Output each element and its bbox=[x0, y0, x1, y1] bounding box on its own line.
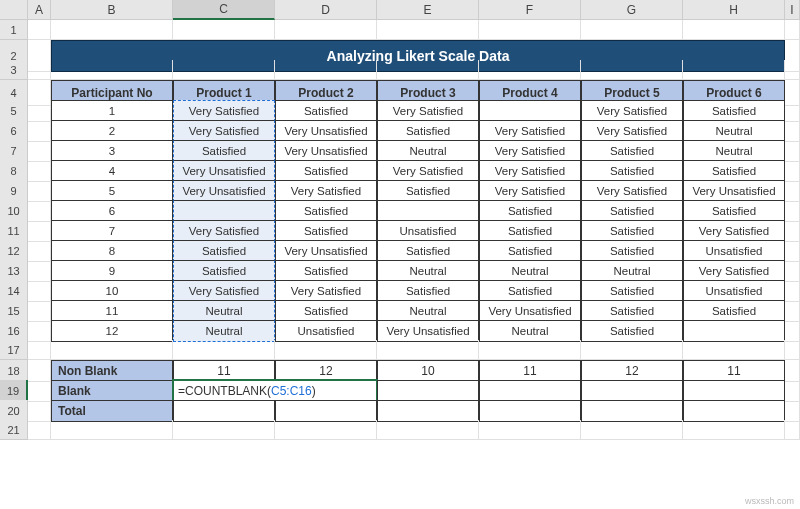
participant-no[interactable]: 9 bbox=[51, 260, 173, 282]
row-header-3[interactable]: 3 bbox=[0, 60, 28, 80]
data-p2-row1[interactable]: Satisfied bbox=[275, 100, 377, 122]
cell-I5[interactable] bbox=[785, 100, 800, 122]
col-header-A[interactable]: A bbox=[28, 0, 51, 20]
cell-A8[interactable] bbox=[28, 160, 51, 182]
cell-empty[interactable] bbox=[173, 20, 275, 40]
row-header-19[interactable]: 19 bbox=[0, 380, 28, 402]
col-header-F[interactable]: F bbox=[479, 0, 581, 20]
data-p2-row7[interactable]: Satisfied bbox=[275, 220, 377, 242]
cell-empty[interactable] bbox=[785, 340, 800, 360]
total-p2[interactable] bbox=[275, 400, 377, 422]
data-p3-row2[interactable]: Satisfied bbox=[377, 120, 479, 142]
participant-no[interactable]: 12 bbox=[51, 320, 173, 342]
data-p6-row11[interactable]: Satisfied bbox=[683, 300, 785, 322]
data-p1-row9[interactable]: Satisfied bbox=[173, 260, 275, 282]
participant-no[interactable]: 5 bbox=[51, 180, 173, 202]
participant-no[interactable]: 10 bbox=[51, 280, 173, 302]
data-p4-row4[interactable]: Very Satisfied bbox=[479, 160, 581, 182]
data-p5-row4[interactable]: Satisfied bbox=[581, 160, 683, 182]
cell-A15[interactable] bbox=[28, 300, 51, 322]
row-header-8[interactable]: 8 bbox=[0, 160, 28, 182]
active-cell-C19[interactable]: =COUNTBLANK(C5:C16) bbox=[173, 380, 377, 402]
cell-empty[interactable] bbox=[51, 340, 173, 360]
cell-empty[interactable] bbox=[479, 20, 581, 40]
data-p1-row10[interactable]: Very Satisfied bbox=[173, 280, 275, 302]
cell-A12[interactable] bbox=[28, 240, 51, 262]
row-header-12[interactable]: 12 bbox=[0, 240, 28, 262]
data-p3-row8[interactable]: Satisfied bbox=[377, 240, 479, 262]
cell-A19[interactable] bbox=[28, 380, 51, 402]
data-p4-row9[interactable]: Neutral bbox=[479, 260, 581, 282]
data-p1-row6[interactable] bbox=[173, 200, 275, 222]
data-p5-row8[interactable]: Satisfied bbox=[581, 240, 683, 262]
data-p3-row11[interactable]: Neutral bbox=[377, 300, 479, 322]
data-p5-row9[interactable]: Neutral bbox=[581, 260, 683, 282]
cell-empty[interactable] bbox=[275, 20, 377, 40]
data-p6-row10[interactable]: Unsatisfied bbox=[683, 280, 785, 302]
data-p6-row9[interactable]: Very Satisfied bbox=[683, 260, 785, 282]
data-p1-row8[interactable]: Satisfied bbox=[173, 240, 275, 262]
cell-A5[interactable] bbox=[28, 100, 51, 122]
select-all-corner[interactable] bbox=[0, 0, 28, 20]
cell-A7[interactable] bbox=[28, 140, 51, 162]
participant-no[interactable]: 4 bbox=[51, 160, 173, 182]
cell-empty[interactable] bbox=[581, 340, 683, 360]
total-p3[interactable] bbox=[377, 400, 479, 422]
data-p1-row2[interactable]: Very Satisfied bbox=[173, 120, 275, 142]
data-p3-row12[interactable]: Very Unsatisfied bbox=[377, 320, 479, 342]
data-p1-row7[interactable]: Very Satisfied bbox=[173, 220, 275, 242]
data-p3-row1[interactable]: Very Satisfied bbox=[377, 100, 479, 122]
data-p4-row5[interactable]: Very Satisfied bbox=[479, 180, 581, 202]
data-p4-row2[interactable]: Very Satisfied bbox=[479, 120, 581, 142]
row-header-9[interactable]: 9 bbox=[0, 180, 28, 202]
row-header-10[interactable]: 10 bbox=[0, 200, 28, 222]
participant-no[interactable]: 8 bbox=[51, 240, 173, 262]
data-p5-row5[interactable]: Very Satisfied bbox=[581, 180, 683, 202]
row-header-17[interactable]: 17 bbox=[0, 340, 28, 360]
blank-p3[interactable] bbox=[377, 380, 479, 402]
cell-I19[interactable] bbox=[785, 380, 800, 402]
data-p1-row11[interactable]: Neutral bbox=[173, 300, 275, 322]
cell-empty[interactable] bbox=[581, 420, 683, 440]
data-p6-row8[interactable]: Unsatisfied bbox=[683, 240, 785, 262]
participant-no[interactable]: 1 bbox=[51, 100, 173, 122]
cell-empty[interactable] bbox=[275, 420, 377, 440]
data-p5-row1[interactable]: Very Satisfied bbox=[581, 100, 683, 122]
data-p6-row2[interactable]: Neutral bbox=[683, 120, 785, 142]
cell-empty[interactable] bbox=[683, 420, 785, 440]
cell-I14[interactable] bbox=[785, 280, 800, 302]
data-p6-row6[interactable]: Satisfied bbox=[683, 200, 785, 222]
cell-empty[interactable] bbox=[275, 60, 377, 80]
cell-A20[interactable] bbox=[28, 400, 51, 422]
cell-empty[interactable] bbox=[28, 340, 51, 360]
data-p5-row3[interactable]: Satisfied bbox=[581, 140, 683, 162]
cell-empty[interactable] bbox=[479, 340, 581, 360]
cell-I13[interactable] bbox=[785, 260, 800, 282]
participant-no[interactable]: 7 bbox=[51, 220, 173, 242]
data-p2-row5[interactable]: Very Satisfied bbox=[275, 180, 377, 202]
cell-A9[interactable] bbox=[28, 180, 51, 202]
col-header-C[interactable]: C bbox=[173, 0, 275, 20]
cell-empty[interactable] bbox=[785, 60, 800, 80]
col-header-E[interactable]: E bbox=[377, 0, 479, 20]
participant-no[interactable]: 6 bbox=[51, 200, 173, 222]
data-p3-row3[interactable]: Neutral bbox=[377, 140, 479, 162]
data-p2-row9[interactable]: Satisfied bbox=[275, 260, 377, 282]
cell-empty[interactable] bbox=[377, 420, 479, 440]
cell-I18[interactable] bbox=[785, 360, 800, 382]
data-p5-row2[interactable]: Very Satisfied bbox=[581, 120, 683, 142]
cell-I10[interactable] bbox=[785, 200, 800, 222]
cell-empty[interactable] bbox=[51, 60, 173, 80]
cell-I16[interactable] bbox=[785, 320, 800, 342]
row-header-6[interactable]: 6 bbox=[0, 120, 28, 142]
data-p1-row4[interactable]: Very Unsatisfied bbox=[173, 160, 275, 182]
cell-empty[interactable] bbox=[173, 420, 275, 440]
cell-empty[interactable] bbox=[275, 340, 377, 360]
cell-empty[interactable] bbox=[28, 20, 51, 40]
data-p3-row5[interactable]: Satisfied bbox=[377, 180, 479, 202]
data-p2-row2[interactable]: Very Unsatisfied bbox=[275, 120, 377, 142]
cell-I12[interactable] bbox=[785, 240, 800, 262]
col-header-B[interactable]: B bbox=[51, 0, 173, 20]
data-p6-row4[interactable]: Satisfied bbox=[683, 160, 785, 182]
cell-empty[interactable] bbox=[479, 420, 581, 440]
